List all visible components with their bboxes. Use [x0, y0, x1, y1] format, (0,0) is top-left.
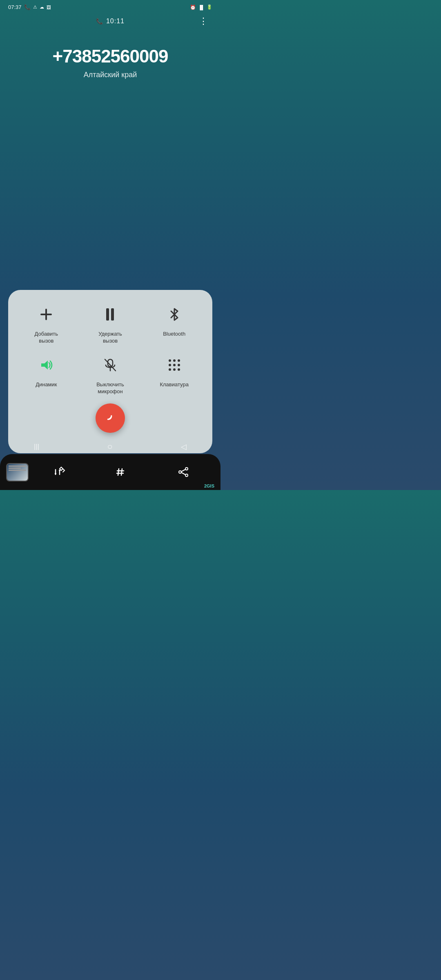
status-right: ⏰ ▐▌ 🔋: [190, 4, 212, 10]
add-call-label: Добавитьвызов: [35, 331, 58, 345]
status-time: 07:37: [8, 4, 22, 10]
svg-point-6: [59, 470, 60, 471]
nav-back-icon[interactable]: ◁: [181, 442, 187, 451]
nav-recents-icon[interactable]: |||: [34, 443, 39, 450]
status-bar: 07:37 📞 ⚠ ☁ 🖼 ⏰ ▐▌ 🔋: [0, 0, 220, 13]
nav-quick-settings-icon[interactable]: [54, 466, 65, 478]
svg-point-13: [179, 471, 181, 473]
svg-point-12: [185, 468, 188, 470]
nav-hashtag-icon[interactable]: [116, 466, 127, 478]
control-panel: Добавитьвызов Удержатьвызов Bluetooth: [8, 290, 212, 453]
call-header: 📞 10:11 ⋮: [0, 13, 220, 30]
alarm-icon: ⏰: [190, 4, 196, 10]
signal-icon: ▐▌: [198, 5, 205, 10]
mute-label: Выключитьмикрофон: [96, 381, 124, 395]
keyboard-button[interactable]: Клавиатура: [144, 353, 204, 395]
svg-point-7: [55, 473, 56, 474]
status-left: 07:37 📞 ⚠ ☁ 🖼: [8, 4, 51, 10]
alert-icon: ⚠: [33, 4, 37, 10]
add-call-button[interactable]: Добавитьвызов: [16, 302, 76, 345]
caller-region: Алтайский край: [8, 71, 212, 79]
nav-home-icon[interactable]: ○: [107, 441, 113, 452]
call-timer: 10:11: [106, 18, 125, 25]
hold-icon: [98, 302, 122, 327]
nav-thumbnail-preview: [7, 464, 28, 481]
keyboard-icon: [162, 353, 187, 377]
call-phone-icon: 📞: [96, 18, 103, 24]
caller-info: +73852560009 Алтайский край: [0, 30, 220, 87]
bluetooth-icon: [162, 302, 187, 327]
hold-label: Удержатьвызов: [98, 331, 122, 345]
more-options-button[interactable]: ⋮: [199, 16, 208, 27]
phone-status-icon: 📞: [24, 4, 31, 10]
caller-number: +73852560009: [8, 46, 212, 67]
bluetooth-label: Bluetooth: [163, 331, 185, 338]
svg-marker-2: [41, 361, 48, 370]
svg-line-9: [121, 469, 122, 475]
mute-icon: [98, 353, 122, 377]
nav-thumbnail[interactable]: [6, 463, 29, 481]
speaker-icon: [34, 353, 58, 377]
speaker-button[interactable]: Динамик: [16, 353, 76, 395]
end-call-button[interactable]: [96, 403, 125, 433]
upload-icon: ☁: [40, 4, 44, 10]
controls-grid: Добавитьвызов Удержатьвызов Bluetooth: [16, 302, 204, 395]
watermark: 2GIS: [204, 483, 214, 488]
system-nav: ||| ○ ◁: [0, 439, 220, 454]
svg-point-14: [185, 474, 188, 477]
image-icon: 🖼: [47, 5, 51, 10]
svg-line-15: [181, 470, 185, 472]
speaker-label: Динамик: [36, 381, 57, 388]
bluetooth-button[interactable]: Bluetooth: [144, 302, 204, 345]
keyboard-label: Клавиатура: [160, 381, 188, 388]
add-call-icon: [34, 302, 58, 327]
nav-share-icon[interactable]: [178, 466, 189, 478]
mute-button[interactable]: Выключитьмикрофон: [80, 353, 140, 395]
hold-button[interactable]: Удержатьвызов: [80, 302, 140, 345]
bottom-nav-bar: [0, 454, 220, 490]
svg-line-8: [118, 469, 119, 475]
svg-line-16: [181, 472, 185, 475]
nav-icons: [29, 466, 214, 478]
end-call-section: [16, 403, 204, 433]
battery-icon: 🔋: [207, 4, 212, 10]
